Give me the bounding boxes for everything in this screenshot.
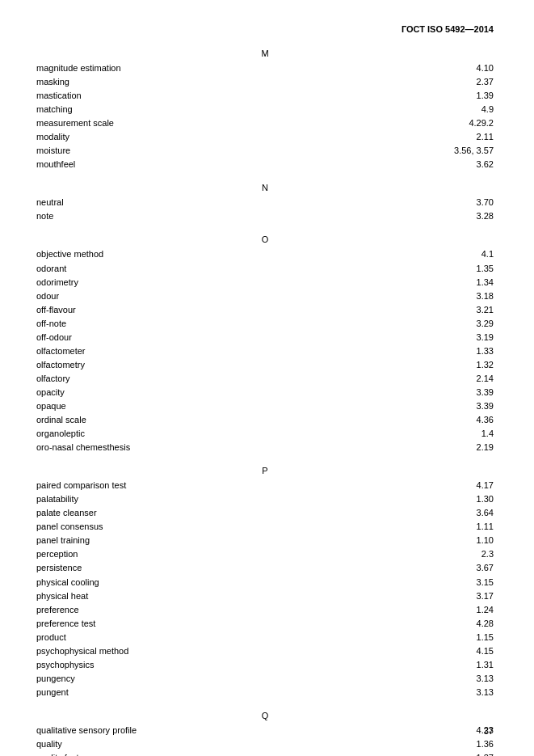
document-title: ГОСТ ISO 5492—2014 xyxy=(402,24,494,34)
entry-value: 1.33 xyxy=(445,344,494,358)
table-row: opaque3.39 xyxy=(36,399,494,413)
table-row: palatability1.30 xyxy=(36,492,494,506)
entry-term: opaque xyxy=(36,399,445,413)
entry-term: odorant xyxy=(36,262,445,276)
table-row: oro-nasal chemesthesis2.19 xyxy=(36,441,494,454)
entry-value: 3.67 xyxy=(445,561,494,575)
table-row: magnitude estimation4.10 xyxy=(36,61,494,75)
entry-value: 2.3 xyxy=(445,547,494,561)
entry-term: olfactometry xyxy=(36,358,445,372)
entry-term: moisture xyxy=(36,144,445,158)
table-row: mastication1.39 xyxy=(36,89,494,103)
entry-value: 2.19 xyxy=(445,441,494,454)
entry-value: 4.17 xyxy=(445,479,494,492)
table-row: quality1.36 xyxy=(36,737,494,751)
table-row: olfactometer1.33 xyxy=(36,344,494,358)
page-header: ГОСТ ISO 5492—2014 xyxy=(36,24,494,34)
entry-value: 3.62 xyxy=(445,158,494,171)
entry-term: persistence xyxy=(36,561,445,575)
table-row: neutral3.70 xyxy=(36,196,494,209)
entry-value: 1.30 xyxy=(445,492,494,506)
table-row: psychophysical method4.15 xyxy=(36,644,494,658)
entry-term: paired comparison test xyxy=(36,479,445,492)
page: ГОСТ ISO 5492—2014 Mmagnitude estimation… xyxy=(0,0,534,756)
entry-term: off-odour xyxy=(36,331,445,344)
entry-term: quality xyxy=(36,737,445,751)
section-letter-n: N xyxy=(36,183,494,192)
entry-value: 2.11 xyxy=(445,130,494,144)
table-row: preference test4.28 xyxy=(36,617,494,631)
section-letter-p: P xyxy=(36,466,494,475)
table-row: persistence3.67 xyxy=(36,561,494,575)
entry-value: 4.28 xyxy=(445,617,494,631)
table-row: perception2.3 xyxy=(36,547,494,561)
entry-term: pungent xyxy=(36,686,445,699)
entry-value: 3.13 xyxy=(445,686,494,699)
table-row: off-note3.29 xyxy=(36,317,494,331)
entry-value: 3.39 xyxy=(445,399,494,413)
table-row: mouthfeel3.62 xyxy=(36,158,494,171)
table-row: pungent3.13 xyxy=(36,686,494,699)
entry-value: 1.39 xyxy=(445,89,494,103)
entry-value: 1.15 xyxy=(445,631,494,644)
table-row: paired comparison test4.17 xyxy=(36,479,494,492)
entry-term: off-flavour xyxy=(36,303,445,317)
table-row: psychophysics1.31 xyxy=(36,658,494,672)
table-row: measurement scale4.29.2 xyxy=(36,116,494,130)
entry-term: matching xyxy=(36,103,445,116)
table-row: odour3.18 xyxy=(36,289,494,303)
entry-term: oro-nasal chemesthesis xyxy=(36,441,445,454)
entry-value: 1.11 xyxy=(445,520,494,534)
table-row: pungency3.13 xyxy=(36,672,494,686)
table-row: organoleptic1.4 xyxy=(36,427,494,441)
table-row: olfactometry1.32 xyxy=(36,358,494,372)
entry-value: 1.24 xyxy=(445,603,494,617)
entry-term: mastication xyxy=(36,89,445,103)
entry-value: 3.21 xyxy=(445,303,494,317)
entry-term: panel consensus xyxy=(36,520,445,534)
entry-value: 3.18 xyxy=(445,289,494,303)
entry-value: 1.32 xyxy=(445,358,494,372)
entry-term: note xyxy=(36,209,445,223)
table-row: off-flavour3.21 xyxy=(36,303,494,317)
table-row: opacity3.39 xyxy=(36,386,494,399)
section-letter-q: Q xyxy=(36,711,494,720)
table-row: odorimetry1.34 xyxy=(36,276,494,289)
entry-value: 3.29 xyxy=(445,317,494,331)
table-row: physical heat3.17 xyxy=(36,589,494,603)
entry-value: 1.36 xyxy=(445,737,494,751)
table-row: objective method4.1 xyxy=(36,247,494,261)
table-row: modality2.11 xyxy=(36,130,494,144)
table-row: off-odour3.19 xyxy=(36,331,494,344)
entry-term: physical heat xyxy=(36,589,445,603)
entry-value: 3.39 xyxy=(445,386,494,399)
entry-term: modality xyxy=(36,130,445,144)
entry-term: psychophysical method xyxy=(36,644,445,658)
entry-value: 3.19 xyxy=(445,331,494,344)
entry-term: pungency xyxy=(36,672,445,686)
entry-term: palatability xyxy=(36,492,445,506)
entry-term: neutral xyxy=(36,196,445,209)
entry-value: 1.37 xyxy=(445,751,494,756)
entry-value: 1.4 xyxy=(445,427,494,441)
entry-term: ordinal scale xyxy=(36,413,445,427)
entry-value: 3.13 xyxy=(445,672,494,686)
entry-value: 2.14 xyxy=(445,372,494,386)
entry-term: olfactory xyxy=(36,372,445,386)
entry-term: odour xyxy=(36,289,445,303)
entry-value: 4.36 xyxy=(445,413,494,427)
table-row: odorant1.35 xyxy=(36,262,494,276)
entry-term: perception xyxy=(36,547,445,561)
table-row: masking2.37 xyxy=(36,75,494,89)
entry-value: 4.15 xyxy=(445,644,494,658)
page-number: 37 xyxy=(484,726,494,736)
entry-value: 3.28 xyxy=(445,209,494,223)
entry-term: preference test xyxy=(36,617,445,631)
table-row: olfactory2.14 xyxy=(36,372,494,386)
entry-value: 4.9 xyxy=(445,103,494,116)
entry-value: 1.10 xyxy=(445,534,494,547)
entry-value: 3.15 xyxy=(445,576,494,589)
table-row: matching4.9 xyxy=(36,103,494,116)
table-row: product1.15 xyxy=(36,631,494,644)
entry-term: preference xyxy=(36,603,445,617)
